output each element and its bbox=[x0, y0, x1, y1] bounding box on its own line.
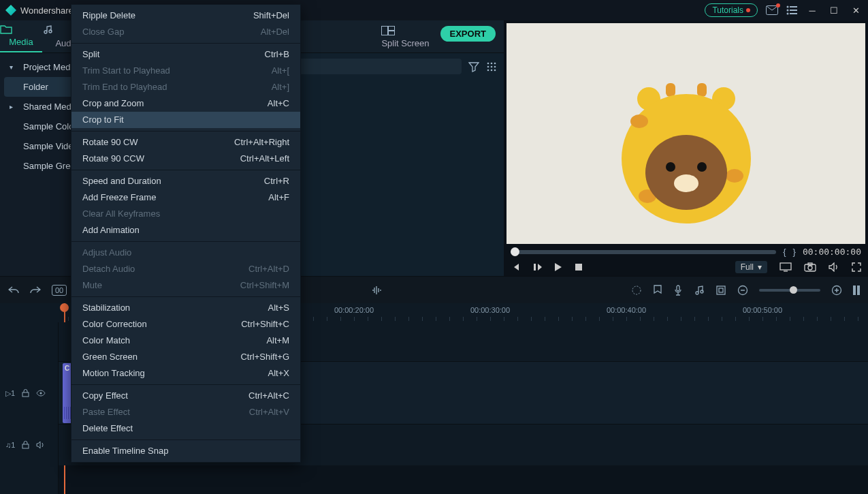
context-menu-item[interactable]: Motion TrackingAlt+X bbox=[71, 365, 300, 382]
context-menu-item[interactable]: StabilizationAlt+S bbox=[71, 300, 300, 316]
app-name: Wondershare bbox=[20, 5, 74, 16]
ruler-tick: 00:00:40:00 bbox=[607, 306, 646, 314]
speaker-icon[interactable] bbox=[36, 441, 45, 449]
export-button[interactable]: EXPORT bbox=[440, 26, 496, 42]
context-menu-item: Trim Start to PlayheadAlt+[ bbox=[71, 63, 300, 79]
fullscreen-icon[interactable] bbox=[852, 262, 861, 272]
context-menu-item[interactable]: Speed and DurationCtrl+R bbox=[71, 173, 300, 189]
filter-icon[interactable] bbox=[468, 61, 479, 72]
context-menu-item: Adjust Audio bbox=[71, 245, 300, 261]
svg-point-18 bbox=[491, 69, 493, 71]
audio-mixer-icon[interactable] bbox=[694, 285, 705, 296]
lock-icon[interactable] bbox=[22, 389, 29, 397]
context-menu-item[interactable]: Add Freeze FrameAlt+F bbox=[71, 189, 300, 206]
crop-tool-icon[interactable] bbox=[716, 285, 726, 296]
context-menu-item-label: Paste Effect bbox=[82, 407, 130, 418]
preview-panel: { } 00:00:00:00 Full▾ bbox=[504, 20, 868, 276]
context-menu-item-shortcut: Ctrl+Alt+C bbox=[248, 390, 289, 401]
eye-icon[interactable] bbox=[36, 390, 46, 397]
context-menu-item-label: Delete Effect bbox=[82, 423, 133, 434]
context-menu-item[interactable]: Ripple DeleteShift+Del bbox=[71, 7, 300, 24]
zoom-in-button[interactable] bbox=[831, 285, 842, 296]
undo-button[interactable] bbox=[8, 285, 19, 295]
zoom-out-button[interactable] bbox=[737, 285, 748, 296]
close-button[interactable]: ✕ bbox=[849, 5, 863, 16]
svg-point-15 bbox=[491, 65, 493, 67]
context-menu-item-label: Rotate 90 CW bbox=[82, 137, 138, 148]
mark-out-button[interactable]: } bbox=[793, 247, 796, 257]
play-pause-button[interactable] bbox=[532, 262, 542, 272]
volume-icon[interactable] bbox=[829, 262, 839, 272]
context-menu-item[interactable]: Add Animation bbox=[71, 222, 300, 238]
context-menu-item-shortcut: Ctrl+Shift+C bbox=[241, 319, 289, 330]
context-menu-item[interactable]: Crop to Fit bbox=[71, 112, 300, 128]
preview-viewport[interactable] bbox=[507, 23, 865, 244]
display-icon[interactable] bbox=[779, 262, 792, 272]
context-menu-item[interactable]: Copy EffectCtrl+Alt+C bbox=[71, 388, 300, 404]
marker-icon[interactable] bbox=[653, 285, 662, 296]
preview-size-select[interactable]: Full▾ bbox=[735, 261, 767, 273]
tab-media[interactable]: Media bbox=[0, 25, 42, 52]
maximize-button[interactable]: ☐ bbox=[827, 5, 841, 16]
minimize-button[interactable]: ─ bbox=[805, 5, 819, 16]
track-gutter: ▷1 ♫1 bbox=[0, 322, 59, 494]
context-menu-item-label: Copy Effect bbox=[82, 390, 128, 401]
audio-track-header[interactable]: ♫1 bbox=[0, 424, 58, 465]
svg-point-35 bbox=[40, 392, 42, 395]
tutorials-button[interactable]: Tutorials bbox=[705, 3, 758, 17]
chevron-right-icon: ▸ bbox=[10, 103, 13, 110]
svg-point-13 bbox=[494, 62, 496, 64]
preview-scrubber[interactable] bbox=[511, 250, 776, 254]
context-menu-item[interactable]: Rotate 90 CCWCtrl+Alt+Left bbox=[71, 151, 300, 167]
context-menu-item[interactable]: SplitCtrl+B bbox=[71, 46, 300, 63]
svg-point-3 bbox=[787, 10, 789, 12]
context-menu-item[interactable]: Color MatchAlt+M bbox=[71, 333, 300, 349]
mark-in-button[interactable]: { bbox=[783, 247, 786, 257]
svg-rect-7 bbox=[382, 27, 388, 35]
context-menu-item[interactable]: Rotate 90 CWCtrl+Alt+Right bbox=[71, 134, 300, 151]
play-button[interactable] bbox=[554, 262, 562, 272]
context-menu-item[interactable]: Color CorrectionCtrl+Shift+C bbox=[71, 316, 300, 333]
svg-rect-2 bbox=[790, 6, 797, 7]
context-menu-item[interactable]: Green ScreenCtrl+Shift+G bbox=[71, 349, 300, 365]
svg-point-1 bbox=[787, 6, 789, 8]
tab-split-screen[interactable]: Split Screen bbox=[381, 26, 429, 52]
context-menu-item-label: Ripple Delete bbox=[82, 10, 135, 21]
render-icon[interactable] bbox=[631, 285, 642, 296]
snapshot-icon[interactable] bbox=[804, 262, 816, 272]
stop-button[interactable] bbox=[575, 263, 583, 271]
ruler-tick: 00:00:30:00 bbox=[470, 306, 510, 314]
svg-rect-30 bbox=[717, 286, 725, 294]
svg-rect-8 bbox=[389, 27, 395, 31]
lock-icon[interactable] bbox=[22, 441, 29, 449]
grid-view-icon[interactable] bbox=[486, 61, 497, 72]
svg-rect-9 bbox=[389, 31, 395, 35]
svg-point-17 bbox=[487, 69, 489, 71]
voiceover-icon[interactable] bbox=[673, 285, 683, 296]
audio-track-label: ♫1 bbox=[5, 441, 15, 449]
ruler-tick: 00:00:20:00 bbox=[334, 306, 374, 314]
context-menu-item[interactable]: Enable Timeline Snap bbox=[71, 443, 300, 459]
context-menu-item[interactable]: Crop and ZoomAlt+C bbox=[71, 95, 300, 112]
redo-button[interactable] bbox=[30, 285, 41, 295]
context-menu-item-shortcut: Alt+C bbox=[268, 98, 289, 109]
context-menu-item-shortcut: Alt+Del bbox=[261, 27, 289, 37]
context-menu-item-shortcut: Ctrl+Alt+Right bbox=[234, 137, 289, 148]
context-menu-item-label: Motion Tracking bbox=[82, 368, 145, 379]
zoom-slider[interactable] bbox=[759, 289, 820, 292]
context-menu-item-label: Enable Timeline Snap bbox=[82, 446, 168, 457]
video-track-header[interactable]: ▷1 bbox=[0, 362, 58, 424]
waveform-icon[interactable] bbox=[371, 285, 383, 296]
zoom-fit-button[interactable] bbox=[853, 285, 860, 295]
context-menu-separator bbox=[71, 296, 300, 297]
tasks-icon[interactable] bbox=[786, 5, 797, 15]
context-menu[interactable]: Ripple DeleteShift+DelClose GapAlt+DelSp… bbox=[71, 4, 301, 463]
prev-frame-button[interactable] bbox=[511, 262, 520, 272]
context-menu-item[interactable]: Delete Effect bbox=[71, 420, 300, 437]
mail-icon[interactable] bbox=[766, 5, 778, 15]
timecode-tag[interactable]: 00 bbox=[52, 285, 67, 296]
split-screen-icon bbox=[381, 26, 429, 35]
svg-point-19 bbox=[494, 69, 496, 71]
svg-point-16 bbox=[494, 65, 496, 67]
context-menu-item-label: Split bbox=[82, 49, 99, 60]
